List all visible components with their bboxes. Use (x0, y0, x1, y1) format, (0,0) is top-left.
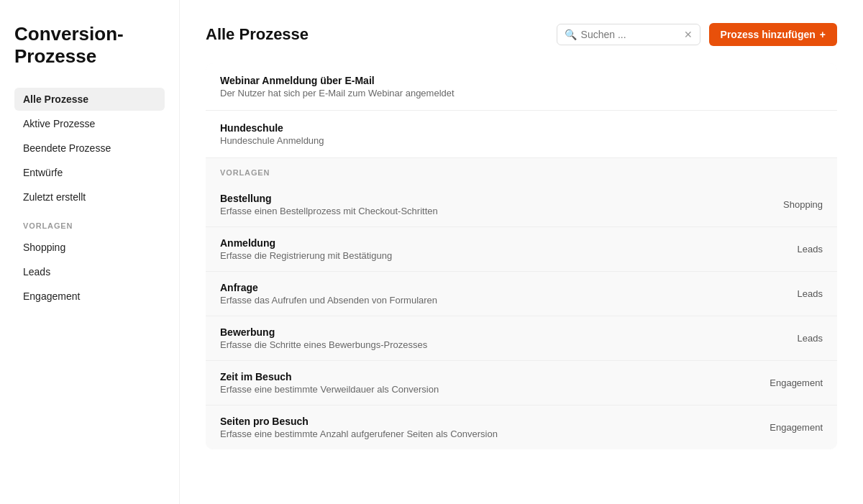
main-content: Alle Prozesse 🔍 ✕ Prozess hinzufügen + W… (180, 0, 863, 504)
template-title-bewerbung: Bewerbung (220, 326, 783, 338)
app-title: Conversion-Prozesse (14, 23, 165, 68)
template-title-zeit: Zeit im Besuch (220, 371, 755, 382)
search-clear-icon[interactable]: ✕ (684, 29, 693, 40)
header-actions: 🔍 ✕ Prozess hinzufügen + (557, 23, 837, 46)
process-title-webinar: Webinar Anmeldung über E-Mail (220, 75, 823, 86)
template-item-seiten[interactable]: Seiten pro Besuch Erfasse eine bestimmte… (206, 406, 837, 449)
template-title-bestellung: Bestellung (220, 193, 769, 204)
template-left-zeit: Zeit im Besuch Erfasse eine bestimmte Ve… (220, 371, 755, 395)
template-item-anfrage[interactable]: Anfrage Erfasse das Aufrufen und Absende… (206, 272, 837, 316)
process-item-webinar[interactable]: Webinar Anmeldung über E-Mail Der Nutzer… (206, 63, 837, 111)
template-desc-seiten: Erfasse eine bestimmte Anzahl aufgerufen… (220, 429, 755, 439)
sidebar-item-zuletzt[interactable]: Zuletzt erstellt (14, 185, 165, 209)
main-header: Alle Prozesse 🔍 ✕ Prozess hinzufügen + (206, 23, 837, 46)
template-item-bestellung[interactable]: Bestellung Erfasse einen Bestellprozess … (206, 183, 837, 227)
sidebar-item-shopping[interactable]: Shopping (14, 236, 165, 259)
template-title-anfrage: Anfrage (220, 282, 783, 293)
search-icon: 🔍 (565, 29, 577, 40)
template-left-anfrage: Anfrage Erfasse das Aufrufen und Absende… (220, 282, 783, 306)
sidebar-item-engagement[interactable]: Engagement (14, 285, 165, 308)
sidebar-item-alle[interactable]: Alle Prozesse (14, 88, 165, 111)
plus-icon: + (820, 29, 826, 40)
process-title-hundeschule: Hundeschule (220, 122, 823, 134)
template-item-anmeldung[interactable]: Anmeldung Erfasse die Registrierung mit … (206, 227, 837, 272)
template-item-zeit[interactable]: Zeit im Besuch Erfasse eine bestimmte Ve… (206, 361, 837, 406)
template-desc-zeit: Erfasse eine bestimmte Verweildauer als … (220, 384, 755, 395)
search-box[interactable]: 🔍 ✕ (557, 24, 700, 45)
page-title: Alle Prozesse (206, 25, 309, 44)
template-tag-seiten: Engagement (770, 422, 823, 433)
vorlagen-section-label: VORLAGEN (206, 158, 837, 183)
template-title-seiten: Seiten pro Besuch (220, 416, 755, 427)
sidebar-nav: Alle Prozesse Aktive Prozesse Beendete P… (14, 88, 165, 308)
sidebar-item-leads[interactable]: Leads (14, 260, 165, 283)
template-tag-bewerbung: Leads (798, 333, 823, 344)
sidebar-item-aktive[interactable]: Aktive Prozesse (14, 112, 165, 135)
content-card: Webinar Anmeldung über E-Mail Der Nutzer… (206, 63, 837, 449)
template-tag-bestellung: Shopping (783, 199, 823, 210)
template-desc-anmeldung: Erfasse die Registrierung mit Bestätigun… (220, 250, 783, 261)
template-desc-anfrage: Erfasse das Aufrufen und Absenden von Fo… (220, 295, 783, 306)
template-left-bestellung: Bestellung Erfasse einen Bestellprozess … (220, 193, 769, 216)
template-left-seiten: Seiten pro Besuch Erfasse eine bestimmte… (220, 416, 755, 439)
process-item-hundeschule[interactable]: Hundeschule Hundeschule Anmeldung (206, 111, 837, 158)
add-button-label: Prozess hinzufügen (721, 29, 816, 40)
template-tag-anmeldung: Leads (798, 244, 823, 255)
template-desc-bewerbung: Erfasse die Schritte eines Bewerbungs-Pr… (220, 339, 783, 350)
template-left-anmeldung: Anmeldung Erfasse die Registrierung mit … (220, 237, 783, 261)
template-tag-anfrage: Leads (798, 288, 823, 299)
add-process-button[interactable]: Prozess hinzufügen + (709, 23, 837, 46)
template-title-anmeldung: Anmeldung (220, 237, 783, 249)
search-input[interactable] (581, 29, 680, 40)
sidebar: Conversion-Prozesse Alle Prozesse Aktive… (0, 0, 180, 504)
process-desc-hundeschule: Hundeschule Anmeldung (220, 135, 823, 146)
template-item-bewerbung[interactable]: Bewerbung Erfasse die Schritte eines Bew… (206, 316, 837, 361)
template-tag-zeit: Engagement (770, 377, 823, 388)
template-desc-bestellung: Erfasse einen Bestellprozess mit Checkou… (220, 206, 769, 216)
sidebar-item-entwuerfe[interactable]: Entwürfe (14, 161, 165, 184)
process-desc-webinar: Der Nutzer hat sich per E-Mail zum Webin… (220, 88, 823, 98)
template-left-bewerbung: Bewerbung Erfasse die Schritte eines Bew… (220, 326, 783, 350)
sidebar-item-beendete[interactable]: Beendete Prozesse (14, 137, 165, 160)
sidebar-vorlagen-label: VORLAGEN (14, 210, 165, 234)
